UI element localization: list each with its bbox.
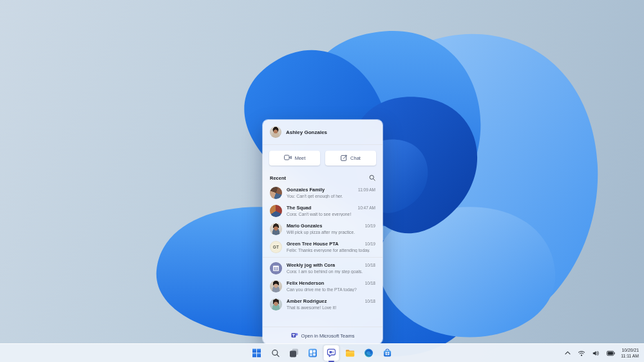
desktop: Ashley Gonzales Meet Chat Recent [0,0,644,362]
conversation-texts: Mario Gonzales 10/19 Will pick up pizza … [287,223,375,234]
taskbar: 10/20/21 11:11 AM [0,343,644,362]
battery-icon [607,350,615,356]
taskbar-file-explorer-button[interactable] [343,345,358,361]
conversation-time: 10:47 AM [358,205,375,210]
flyout-actions: Meet Chat [263,145,383,170]
conversation-time: 11:09 AM [358,187,375,192]
conversation-name: Weekly jog with Cora [287,262,335,268]
conversation-texts: Weekly jog with Cora 10/18 Cora: I am so… [287,262,375,274]
widgets-icon [308,348,317,357]
tray-battery-button[interactable] [605,349,616,357]
conversation-avatar [270,262,282,274]
conversation-preview: Will pick up pizza after my practice. [287,230,375,234]
conversation-texts: The Squad 10:47 AM Cora: Can't wait to s… [287,205,375,216]
conversation-name: The Squad [287,205,311,211]
taskbar-search-button[interactable] [268,345,283,361]
taskbar-start-button[interactable] [249,345,265,361]
user-name: Ashley Gonzales [286,129,327,135]
teams-chat-icon [327,348,336,357]
taskbar-edge-button[interactable] [361,345,377,361]
task-view-icon [290,348,299,357]
taskbar-task-view-button[interactable] [287,345,302,361]
conversation-preview: Felix: Thanks everyone for attending tod… [287,248,375,252]
tray-chevron-up-button[interactable] [564,350,572,356]
conversation-item[interactable]: Felix Henderson 10/18 Can you drive me t… [263,277,383,295]
conversation-item[interactable]: Amber Rodriguez 10/18 That is awesome! L… [263,295,383,313]
search-button[interactable] [369,175,375,181]
recent-header: Recent [263,170,383,184]
search-icon [271,349,279,357]
tray-volume-button[interactable] [591,349,601,357]
tray-time: 11:11 AM [621,353,639,359]
conversation-time: 10/18 [365,281,375,285]
conversation-preview: Cora: Can't wait to see everyone! [287,212,375,216]
conversation-item[interactable]: Weekly jog with Cora 10/18 Cora: I am so… [263,259,383,277]
clock[interactable]: 10/20/21 11:11 AM [621,347,641,359]
windows-start-icon [252,348,261,357]
teams-chat-flyout: Ashley Gonzales Meet Chat Recent [263,120,383,344]
conversation-list: Gonzales Family 11:09 AM You: Can't get … [263,184,383,327]
conversation-preview: Can you drive me to the PTA today? [287,287,375,292]
open-in-teams-link[interactable]: Open in Microsoft Teams [263,327,383,344]
chat-button-label: Chat [350,155,361,161]
conversation-texts: Gonzales Family 11:09 AM You: Can't get … [287,187,375,198]
taskbar-widgets-button[interactable] [305,345,321,361]
taskbar-center-group [249,344,395,362]
conversation-name: Gonzales Family [287,187,325,193]
folder-icon [346,349,355,357]
open-in-teams-label: Open in Microsoft Teams [301,333,355,339]
conversation-texts: Felix Henderson 10/18 Can you drive me t… [287,280,375,292]
conversation-avatar: GT [270,241,282,253]
conversation-item[interactable]: GT Green Tree House PTA 10/19 Felix: Tha… [263,238,383,256]
recent-label: Recent [270,175,286,181]
conversation-avatar [270,223,282,235]
conversation-item[interactable]: Mario Gonzales 10/19 Will pick up pizza … [263,220,383,238]
user-avatar [270,126,281,138]
conversation-time: 10/19 [365,224,375,228]
system-tray: 10/20/21 11:11 AM [564,344,641,362]
conversation-texts: Amber Rodriguez 10/18 That is awesome! L… [287,298,375,310]
tray-network-button[interactable] [576,349,587,357]
flyout-header[interactable]: Ashley Gonzales [263,120,383,145]
search-icon [369,175,375,181]
conversation-texts: Green Tree House PTA 10/19 Felix: Thanks… [287,241,375,252]
chat-button[interactable]: Chat [325,151,376,166]
conversation-avatar [270,298,282,310]
tray-date: 10/20/21 [621,347,639,353]
meet-button[interactable]: Meet [269,151,320,166]
edge-browser-icon [365,348,374,357]
wifi-icon [578,350,585,356]
meet-button-label: Meet [295,155,306,161]
conversation-name: Felix Henderson [287,280,324,286]
conversation-preview: Cora: I am so behind on my step goals. [287,269,375,274]
conversation-name: Green Tree House PTA [287,241,339,247]
taskbar-store-button[interactable] [380,345,395,361]
conversation-time: 10/18 [365,299,375,303]
volume-icon [592,350,600,356]
teams-logo-icon [291,332,298,340]
list-divider [263,257,383,258]
conversation-avatar [270,205,282,217]
microsoft-store-icon [383,348,392,357]
conversation-time: 10/18 [365,263,375,267]
conversation-avatar [270,187,282,199]
conversation-avatar [270,280,282,292]
conversation-name: Mario Gonzales [287,223,322,229]
conversation-item[interactable]: The Squad 10:47 AM Cora: Can't wait to s… [263,202,383,220]
video-camera-icon [284,155,292,162]
conversation-name: Amber Rodriguez [287,298,327,304]
conversation-item[interactable]: Gonzales Family 11:09 AM You: Can't get … [263,184,383,202]
conversation-preview: You: Can't get enough of her. [287,194,375,198]
conversation-time: 10/19 [365,242,375,246]
conversation-preview: That is awesome! Love it! [287,305,375,310]
chevron-up-icon [565,351,571,355]
calendar-icon [272,265,279,272]
compose-icon [341,155,347,162]
taskbar-chat-button[interactable] [324,345,339,361]
